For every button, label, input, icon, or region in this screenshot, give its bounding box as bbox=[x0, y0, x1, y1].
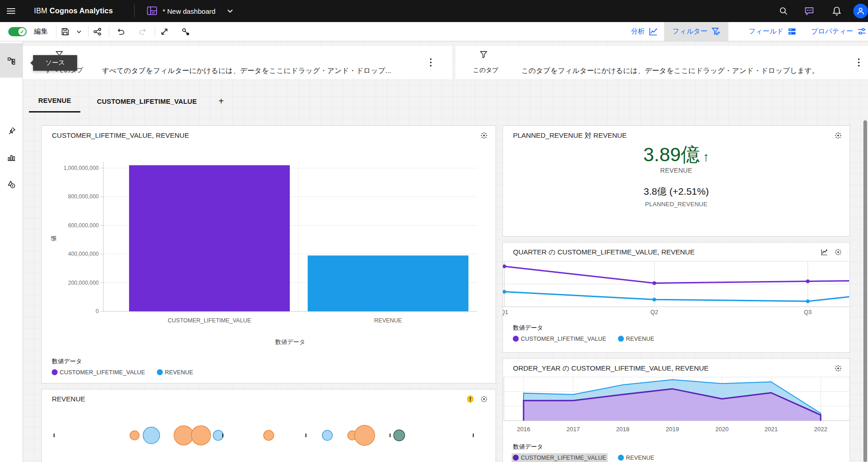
hamburger-menu-button[interactable] bbox=[0, 0, 22, 22]
add-tab-button[interactable]: + bbox=[214, 90, 228, 113]
kpi-value-label: REVENUE bbox=[503, 167, 850, 174]
bubble-point[interactable] bbox=[264, 430, 274, 440]
tab-revenue[interactable]: REVENUE bbox=[29, 90, 80, 113]
notifications-button[interactable] bbox=[826, 0, 848, 22]
bubble-point[interactable] bbox=[213, 430, 223, 440]
select-tool-button[interactable] bbox=[180, 22, 191, 41]
avatar[interactable] bbox=[853, 4, 868, 18]
this-tab-hint: このタブをフィルターにかけるには、データをここにドラッグ・アンド・ドロップします… bbox=[521, 66, 819, 76]
filter-edit-icon bbox=[711, 27, 720, 36]
redo-button[interactable] bbox=[138, 22, 149, 41]
search-button[interactable] bbox=[772, 0, 795, 22]
card-bar-chart[interactable]: CUSTOMER_LIFETIME_VALUE, REVENUE 0200,00… bbox=[41, 125, 496, 383]
legend-title: 数値データ bbox=[51, 358, 82, 365]
bubble-point[interactable] bbox=[130, 431, 139, 440]
toolbar-separator bbox=[155, 26, 155, 38]
bell-icon bbox=[832, 6, 842, 16]
dashboard-name: * New dashboard bbox=[163, 7, 215, 15]
svg-text:600,000,000: 600,000,000 bbox=[68, 222, 99, 229]
filter-dropzone-all-tabs[interactable]: すべてのタブ すべてのタブをフィルターにかけるには、データをここにドラッグ・アン… bbox=[23, 46, 452, 79]
x-tick-label: 2017 bbox=[567, 426, 580, 433]
y-axis-title: 値 bbox=[50, 236, 57, 242]
data-tick[interactable] bbox=[305, 434, 306, 437]
legend-item-label: REVENUE bbox=[626, 455, 654, 461]
data-point[interactable] bbox=[806, 299, 810, 303]
save-button[interactable] bbox=[60, 22, 71, 41]
undo-button[interactable] bbox=[115, 22, 126, 41]
legend-item-label: CUSTOMER_LIFETIME_VALUE bbox=[521, 455, 606, 461]
legend-swatch[interactable] bbox=[513, 455, 519, 461]
tab-customer-lifetime-value[interactable]: CUSTOMER_LIFETIME_VALUE bbox=[92, 90, 202, 113]
dropzone-menu-button[interactable] bbox=[426, 55, 435, 70]
legend-swatch[interactable] bbox=[157, 369, 163, 375]
legend-swatch[interactable] bbox=[618, 336, 624, 342]
this-tab-label: このタブ bbox=[473, 66, 498, 74]
fields-icon bbox=[788, 27, 796, 36]
dropzone-menu-button[interactable] bbox=[854, 55, 863, 70]
dashboard-icon bbox=[147, 6, 157, 16]
assistant-button[interactable] bbox=[798, 0, 820, 22]
sidebar-item-widgets[interactable] bbox=[0, 171, 23, 197]
data-point[interactable] bbox=[806, 280, 810, 283]
edit-mode-toggle[interactable]: ✓ bbox=[8, 27, 27, 36]
bubble-point[interactable] bbox=[174, 426, 193, 445]
legend-title: 数値データ bbox=[513, 443, 543, 450]
data-point[interactable] bbox=[653, 282, 656, 285]
data-tick[interactable] bbox=[473, 434, 474, 437]
trend-up-arrow: ↑ bbox=[703, 150, 709, 164]
legend-swatch[interactable] bbox=[52, 369, 58, 375]
card-area-chart[interactable]: ORDER_YEAR の CUSTOMER_LIFETIME_VALUE, RE… bbox=[502, 358, 850, 462]
dashboard-toolbar: ✓ 編集 bbox=[0, 22, 868, 41]
data-point[interactable] bbox=[653, 298, 656, 301]
card-kpi[interactable]: PLANNED_REVENUE 対 REVENUE 3.89億↑ REVENUE… bbox=[502, 125, 850, 237]
data-tick[interactable] bbox=[389, 434, 390, 437]
data-point[interactable] bbox=[503, 290, 506, 293]
tab-filter-label: フィルター bbox=[672, 27, 707, 36]
brand-prefix: IBM bbox=[34, 7, 47, 15]
bar-CUSTOMER_LIFETIME_VALUE[interactable] bbox=[129, 165, 290, 311]
insights-icon[interactable] bbox=[834, 131, 842, 140]
brand-product: Cognos Analytics bbox=[50, 7, 113, 15]
x-tick-label: 2019 bbox=[666, 426, 679, 433]
expand-button[interactable] bbox=[159, 22, 170, 41]
save-menu-button[interactable] bbox=[74, 22, 84, 41]
line-series-REVENUE[interactable] bbox=[504, 292, 849, 301]
line-series-CUSTOMER_LIFETIME_VALUE[interactable] bbox=[504, 266, 849, 283]
expand-icon bbox=[160, 28, 169, 36]
data-tick[interactable] bbox=[54, 434, 55, 437]
tab-properties[interactable]: プロパティー bbox=[803, 22, 868, 41]
bubble-point[interactable] bbox=[192, 426, 211, 445]
x-tick-label: Q2 bbox=[650, 309, 658, 316]
edit-mode-label: 編集 bbox=[34, 22, 48, 41]
undo-icon bbox=[116, 28, 124, 36]
sidebar-item-pins[interactable] bbox=[0, 118, 23, 144]
legend-item-label: REVENUE bbox=[165, 369, 193, 376]
bubble-point[interactable] bbox=[322, 430, 333, 440]
toolbar-separator bbox=[88, 26, 89, 38]
bubble-point[interactable] bbox=[394, 430, 405, 441]
card-line-chart[interactable]: QUARTER の CUSTOMER_LIFETIME_VALUE, REVEN… bbox=[502, 242, 850, 353]
sidebar-item-sources[interactable] bbox=[0, 43, 23, 78]
legend-swatch[interactable] bbox=[618, 455, 624, 461]
share-button[interactable] bbox=[92, 22, 103, 41]
dashboard-switcher[interactable]: * New dashboard bbox=[147, 0, 235, 22]
vertical-scrollbar[interactable] bbox=[863, 120, 867, 462]
tab-filter[interactable]: フィルター bbox=[664, 22, 728, 41]
bar-REVENUE[interactable] bbox=[308, 255, 468, 311]
bubble-point[interactable] bbox=[355, 425, 375, 445]
legend-swatch[interactable] bbox=[513, 336, 519, 342]
x-tick-label: 2022 bbox=[814, 426, 828, 433]
x-tick-label: CUSTOMER_LIFETIME_VALUE bbox=[168, 317, 251, 324]
tab-fields[interactable]: フィールド bbox=[740, 22, 805, 41]
card-bubble-chart[interactable]: REVENUE bbox=[41, 389, 496, 462]
tab-properties-label: プロパティー bbox=[811, 27, 853, 36]
filter-dropzone-this-tab[interactable]: このタブ このタブをフィルターにかけるには、データをここにドラッグ・アンド・ドロ… bbox=[456, 46, 868, 79]
svg-text:800,000,000: 800,000,000 bbox=[68, 193, 99, 200]
data-point[interactable] bbox=[503, 265, 506, 268]
tab-analysis[interactable]: 分析 bbox=[623, 22, 666, 41]
sidebar-item-visualizations[interactable] bbox=[0, 144, 23, 171]
bubble-point[interactable] bbox=[143, 427, 160, 444]
x-tick-label: 2016 bbox=[517, 426, 530, 433]
svg-text:0: 0 bbox=[96, 308, 99, 315]
data-tick[interactable] bbox=[222, 434, 223, 437]
